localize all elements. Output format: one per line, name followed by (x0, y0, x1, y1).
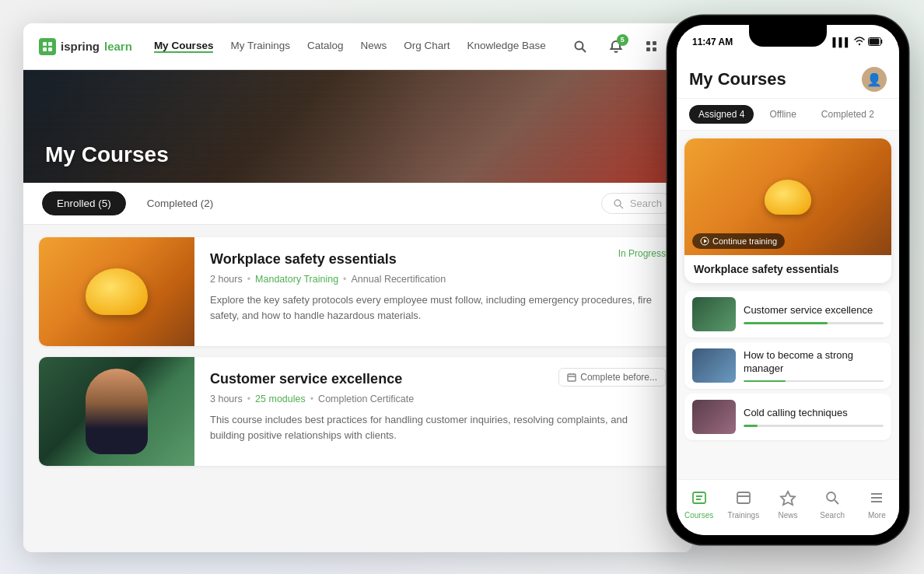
phone-continue-btn[interactable]: Continue training (692, 233, 785, 249)
completed-tab[interactable]: Completed (2) (132, 191, 229, 215)
svg-rect-7 (653, 41, 656, 45)
svg-point-4 (575, 41, 583, 49)
logo-learn-text: learn (104, 40, 132, 53)
phone-list-info-1: Customer service excellence (744, 304, 884, 324)
phone-notch (749, 25, 827, 47)
phone-list-title-1: Customer service excellence (744, 304, 884, 317)
phone-list-item-3[interactable]: Cold calling techniques (684, 394, 891, 440)
svg-rect-6 (646, 41, 650, 45)
phone-wrapper: 11:47 AM ▌▌▌ (667, 16, 908, 544)
phone-tabs: Assigned 4 Offline Completed 2 (677, 99, 899, 131)
trainings-nav-icon (735, 489, 752, 509)
svg-line-11 (620, 205, 623, 208)
search-placeholder: Search (630, 198, 662, 209)
phone-helmet-icon (765, 180, 811, 215)
phone-tab-assigned[interactable]: Assigned 4 (689, 105, 754, 124)
phone-progress-2 (744, 380, 884, 383)
grid-button[interactable] (639, 34, 664, 59)
logo[interactable]: ispringlearn (39, 38, 132, 55)
phone-time: 11:47 AM (692, 37, 733, 47)
phone-bottom-nav: Courses Trainings (677, 479, 899, 535)
phone-thumb-1 (692, 297, 736, 331)
nav-my-courses[interactable]: My Courses (154, 40, 214, 53)
phone-hero-img: Continue training (684, 138, 891, 255)
nav-label-more: More (868, 511, 886, 520)
phone-list-info-3: Cold calling techniques (744, 407, 884, 426)
logo-icon (39, 38, 56, 55)
nav-label-trainings: Trainings (727, 511, 759, 520)
svg-marker-20 (704, 240, 707, 243)
tabs-bar: Enrolled (5) Completed (2) Search (23, 183, 692, 225)
svg-line-30 (835, 500, 838, 504)
wifi-icon (854, 36, 865, 48)
course-desc-2: This course includes best practices for … (210, 412, 661, 443)
phone-nav-trainings[interactable]: Trainings (726, 489, 761, 520)
courses-list: Workplace safety essentials 2 hours • Ma… (23, 225, 692, 552)
svg-rect-18 (870, 38, 880, 44)
notifications-button[interactable]: 5 (604, 34, 628, 59)
phone-nav-courses[interactable]: Courses (682, 489, 716, 520)
hero-banner: My Courses (23, 70, 692, 183)
helmet-icon (86, 268, 148, 315)
courses-nav-icon (691, 489, 708, 509)
phone-thumb-2 (692, 348, 736, 383)
phone-thumb-3 (692, 400, 736, 434)
nav-links: My Courses My Trainings Catalog News Org… (154, 40, 546, 53)
phone-list-item-2[interactable]: How to become a strong manager (684, 342, 891, 389)
nav-knowledge-base[interactable]: Knowledge Base (467, 40, 546, 53)
status-icons: ▌▌▌ (833, 36, 884, 48)
battery-icon (868, 37, 884, 47)
nav-catalog[interactable]: Catalog (307, 40, 344, 53)
course-thumb-2 (39, 357, 194, 466)
course-card-1[interactable]: Workplace safety essentials 2 hours • Ma… (39, 237, 677, 346)
deadline-badge: Complete before... (558, 368, 666, 387)
svg-rect-8 (646, 47, 650, 51)
svg-marker-28 (781, 492, 795, 505)
svg-point-16 (859, 44, 860, 45)
phone-hero-course-name: Workplace safety essentials (684, 255, 891, 283)
phone-screen: 11:47 AM ▌▌▌ (677, 25, 899, 535)
course-hours-2: 3 hours (210, 394, 243, 404)
enrolled-tab[interactable]: Enrolled (5) (42, 191, 126, 215)
course-meta-1: 2 hours • Mandatory Training • Annual Re… (210, 274, 661, 285)
phone-tab-offline[interactable]: Offline (760, 105, 805, 124)
phone-header: My Courses 👤 (677, 59, 899, 99)
nav-news[interactable]: News (360, 40, 387, 53)
course-thumb-1 (39, 237, 194, 346)
course-hours-1: 2 hours (210, 274, 243, 285)
phone-hero-course[interactable]: Continue training Workplace safety essen… (684, 138, 891, 283)
svg-rect-0 (43, 42, 47, 46)
phone-user-avatar[interactable]: 👤 (862, 67, 887, 92)
search-button[interactable] (568, 34, 593, 59)
svg-rect-12 (568, 374, 576, 381)
phone-content: Continue training Workplace safety essen… (677, 131, 899, 479)
hero-title: My Courses (45, 142, 169, 167)
course-info-1: Workplace safety essentials 2 hours • Ma… (194, 237, 677, 346)
svg-line-5 (582, 48, 586, 52)
continue-label: Continue training (712, 236, 777, 246)
course-tag2-2: Completion Certificate (318, 394, 414, 404)
phone-frame: 11:47 AM ▌▌▌ (667, 16, 908, 544)
svg-point-29 (827, 492, 835, 501)
nav-org-chart[interactable]: Org Chart (404, 40, 450, 53)
phone-tab-completed[interactable]: Completed 2 (812, 105, 884, 124)
course-card-2[interactable]: Customer service excellence 3 hours • 25… (39, 357, 677, 466)
logo-ispring-text: ispring (61, 40, 100, 53)
navbar: ispringlearn My Courses My Trainings Cat… (23, 23, 692, 70)
phone-nav-more[interactable]: More (859, 489, 894, 520)
deadline-label: Complete before... (580, 372, 657, 383)
phone-nav-search[interactable]: Search (815, 489, 849, 520)
course-tag2-1: Annual Recertification (352, 274, 446, 285)
headset-person-icon (86, 369, 148, 454)
phone-progress-1 (744, 322, 884, 324)
phone-nav-news[interactable]: News (771, 489, 805, 520)
search-area[interactable]: Search (601, 193, 674, 214)
search-nav-icon (824, 489, 841, 509)
course-status-1: In Progress (618, 248, 666, 259)
phone-progress-3 (744, 425, 884, 427)
course-meta-2: 3 hours • 25 modules • Completion Certif… (210, 394, 661, 404)
nav-my-trainings[interactable]: My Trainings (230, 40, 290, 53)
svg-point-10 (614, 200, 621, 206)
nav-label-search: Search (820, 511, 845, 520)
phone-list-item-1[interactable]: Customer service excellence (684, 291, 891, 338)
